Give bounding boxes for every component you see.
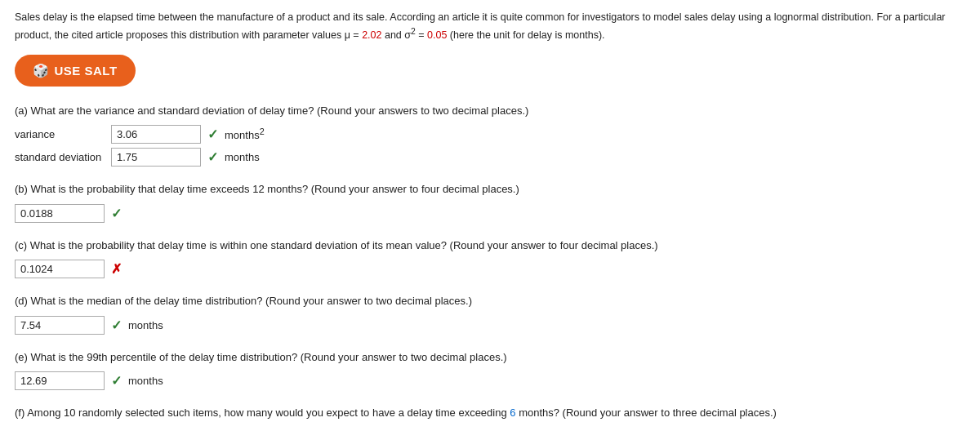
question-e-text: What is the 99th percentile of the delay… bbox=[31, 351, 507, 363]
question-b-label: (b) What is the probability that delay t… bbox=[15, 181, 965, 198]
median-input[interactable] bbox=[15, 316, 105, 335]
question-f-label: (f) Among 10 randomly selected such item… bbox=[15, 405, 965, 421]
question-a-text: What are the variance and standard devia… bbox=[31, 104, 529, 117]
prob-b-input[interactable] bbox=[15, 204, 105, 223]
use-salt-button[interactable]: 🎲 USE SALT bbox=[15, 55, 136, 87]
question-d-label: (d) What is the median of the delay time… bbox=[15, 293, 965, 309]
answer-row-d: ✓ months bbox=[15, 316, 965, 335]
question-e-letter: (e) bbox=[15, 351, 28, 363]
question-c-letter: (c) bbox=[15, 239, 27, 251]
answer-row-variance: variance ✓ months2 bbox=[15, 125, 965, 144]
question-c: (c) What is the probability that delay t… bbox=[15, 238, 965, 279]
question-c-label: (c) What is the probability that delay t… bbox=[15, 238, 965, 254]
use-salt-label: USE SALT bbox=[55, 64, 118, 78]
prob-c-input[interactable] bbox=[15, 260, 105, 278]
question-f-letter: (f) bbox=[15, 406, 24, 419]
median-check-icon: ✓ bbox=[111, 318, 122, 333]
question-f-text2: months? (Round your answer to three deci… bbox=[516, 406, 777, 419]
question-a-letter: (a) bbox=[15, 104, 28, 117]
question-f-text: Among 10 randomly selected such items, h… bbox=[27, 406, 510, 419]
variance-unit: months2 bbox=[225, 127, 265, 141]
variance-input[interactable] bbox=[111, 125, 201, 144]
question-d-letter: (d) bbox=[15, 295, 28, 307]
question-c-text: What is the probability that delay time … bbox=[30, 239, 658, 251]
question-d: (d) What is the median of the delay time… bbox=[15, 293, 965, 335]
percentile-input[interactable] bbox=[15, 371, 105, 390]
stddev-unit: months bbox=[225, 151, 260, 163]
answer-row-e: ✓ months bbox=[15, 371, 965, 390]
sigma-value: 0.05 bbox=[427, 29, 447, 41]
question-f-highlight: 6 bbox=[510, 406, 515, 419]
question-b-text: What is the probability that delay time … bbox=[31, 183, 519, 195]
stddev-label: standard deviation bbox=[15, 151, 105, 163]
percentile-unit: months bbox=[128, 375, 163, 387]
question-b: (b) What is the probability that delay t… bbox=[15, 181, 965, 223]
stddev-input[interactable] bbox=[111, 148, 201, 167]
question-e: (e) What is the 99th percentile of the d… bbox=[15, 349, 965, 391]
variance-check-icon: ✓ bbox=[207, 127, 218, 142]
question-a-label: (a) What are the variance and standard d… bbox=[15, 103, 965, 119]
median-unit: months bbox=[128, 319, 163, 331]
question-f: (f) Among 10 randomly selected such item… bbox=[15, 405, 965, 422]
answer-row-c: ✗ bbox=[15, 260, 965, 278]
salt-icon: 🎲 bbox=[33, 63, 50, 78]
variance-label: variance bbox=[15, 128, 105, 140]
prob-c-cross-icon: ✗ bbox=[111, 261, 122, 277]
answer-row-stddev: standard deviation ✓ months bbox=[15, 148, 965, 167]
intro-paragraph: Sales delay is the elapsed time between … bbox=[15, 10, 965, 43]
question-a: (a) What are the variance and standard d… bbox=[15, 103, 965, 167]
percentile-check-icon: ✓ bbox=[111, 373, 122, 389]
question-d-text: What is the median of the delay time dis… bbox=[31, 295, 472, 307]
question-e-label: (e) What is the 99th percentile of the d… bbox=[15, 349, 965, 366]
answer-row-b: ✓ bbox=[15, 204, 965, 223]
mu-value: 2.02 bbox=[362, 29, 381, 41]
prob-b-check-icon: ✓ bbox=[111, 206, 122, 221]
question-b-letter: (b) bbox=[15, 183, 28, 195]
stddev-check-icon: ✓ bbox=[207, 149, 218, 165]
